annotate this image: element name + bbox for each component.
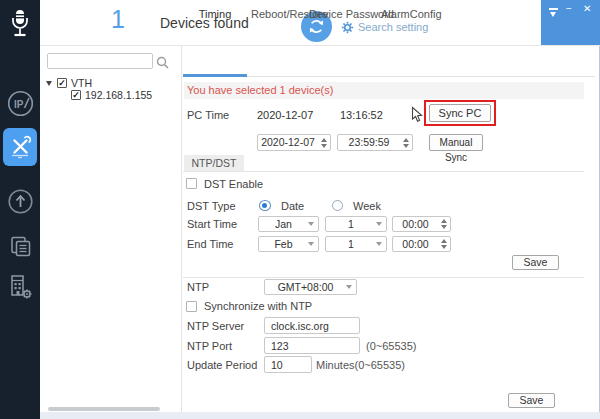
start-time-label: Start Time	[187, 218, 237, 230]
ntp-port-hint: (0~65535)	[366, 340, 416, 352]
device-checkbox-checked[interactable]: ✓	[71, 90, 81, 100]
dst-enable-label: DST Enable	[204, 178, 263, 190]
update-period-label: Update Period	[187, 359, 257, 371]
end-time-label: End Time	[187, 238, 233, 250]
tools-icon	[8, 135, 32, 159]
minimize-icon[interactable]: −	[566, 3, 572, 14]
tree-node-device-ip[interactable]: 192.168.1.155	[85, 89, 152, 101]
dst-type-date-radio-selected[interactable]	[259, 200, 271, 211]
mouse-cursor	[411, 106, 423, 128]
dst-enable-checkbox[interactable]	[186, 178, 197, 189]
tab-bar	[183, 46, 595, 77]
vth-checkbox-checked[interactable]: ✓	[57, 78, 67, 88]
window-menu-icon[interactable]	[549, 8, 558, 17]
dst-type-date-option[interactable]: Date	[281, 200, 304, 212]
sidebar-item-upgrade[interactable]	[0, 188, 40, 215]
selection-notice: You have selected 1 device(s)	[184, 82, 584, 99]
search-icon[interactable]	[156, 55, 169, 73]
active-tab-underline	[183, 74, 247, 77]
ntp-dst-section-tab[interactable]: NTP/DST	[184, 155, 244, 172]
sync-pc-highlight-annotation	[424, 100, 496, 126]
tab-timing[interactable]: Timing	[183, 8, 247, 20]
spinner-arrows-icon[interactable]	[321, 138, 327, 148]
ntp-port-label: NTP Port	[187, 340, 232, 352]
bottom-strip	[40, 412, 600, 419]
ntp-port-input[interactable]	[264, 337, 360, 354]
config-tool-window: IP	[0, 0, 600, 419]
ip-logo-text: IP	[14, 99, 24, 110]
tab-alarm-config[interactable]: AlarmConfig	[381, 8, 442, 20]
chevron-down-icon	[346, 285, 352, 289]
ntp-save-button[interactable]: Save	[508, 393, 555, 408]
section-divider	[183, 171, 584, 172]
spinner-arrows-icon[interactable]	[441, 219, 447, 229]
tree-horizontal-scrollbar[interactable]	[48, 407, 160, 411]
sidebar-item-documents[interactable]	[0, 234, 40, 259]
search-setting-gear-icon[interactable]	[341, 20, 354, 38]
ntp-server-input[interactable]	[264, 317, 360, 334]
ntp-label: NTP	[187, 281, 209, 293]
start-clock-spinner[interactable]: 00:00	[392, 216, 451, 232]
start-day-select[interactable]: 1	[325, 216, 387, 232]
section-divider	[183, 277, 584, 278]
tree-expand-caret[interactable]	[46, 81, 52, 86]
start-month-select[interactable]: Jan	[258, 216, 319, 232]
header: 1 Devices found Search setti	[40, 0, 600, 46]
end-clock-spinner[interactable]: 00:00	[392, 236, 451, 252]
synchronize-with-ntp-label: Synchronize with NTP	[204, 300, 312, 312]
close-icon[interactable]: ✕	[583, 3, 591, 14]
window-controls: − ✕	[541, 0, 600, 45]
manual-sync-button[interactable]: Manual Sync	[429, 134, 483, 151]
dst-save-button[interactable]: Save	[512, 255, 559, 270]
search-setting-link[interactable]: Search setting	[358, 21, 428, 33]
spinner-arrows-icon[interactable]	[403, 138, 409, 148]
dst-type-label: DST Type	[187, 200, 236, 212]
manual-time-spinner[interactable]: 23:59:59	[337, 134, 413, 151]
manual-date-spinner[interactable]: 2020-12-07	[257, 134, 331, 151]
sidebar-item-ip-config[interactable]: IP	[0, 90, 40, 117]
device-count: 1	[111, 5, 125, 34]
end-day-select[interactable]: 1	[325, 236, 387, 252]
ntp-timezone-select[interactable]: GMT+08:00	[264, 279, 357, 295]
chevron-down-icon	[376, 222, 382, 226]
pc-time-label: PC Time	[187, 109, 229, 121]
synchronize-with-ntp-checkbox[interactable]	[186, 301, 197, 312]
chevron-down-icon	[308, 242, 314, 246]
tree-search-input[interactable]	[47, 53, 153, 69]
chevron-down-icon	[308, 222, 314, 226]
chevron-down-icon	[376, 242, 382, 246]
sidebar: IP	[0, 0, 40, 419]
pc-clock-value: 13:16:52	[340, 109, 383, 121]
tree-node-vth[interactable]: VTH	[71, 77, 92, 89]
sidebar-item-device-config-selected[interactable]	[3, 128, 37, 166]
dst-type-week-radio[interactable]	[332, 200, 343, 211]
microphone-icon[interactable]	[0, 7, 40, 43]
update-period-input[interactable]	[264, 356, 312, 373]
pc-date-value: 2020-12-07	[257, 109, 313, 121]
end-month-select[interactable]: Feb	[258, 236, 319, 252]
update-period-hint: Minutes(0~65535)	[316, 359, 405, 371]
dst-type-week-option[interactable]: Week	[353, 200, 381, 212]
spinner-arrows-icon[interactable]	[441, 239, 447, 249]
ntp-server-label: NTP Server	[187, 320, 244, 332]
sidebar-item-building-config[interactable]	[0, 273, 40, 301]
